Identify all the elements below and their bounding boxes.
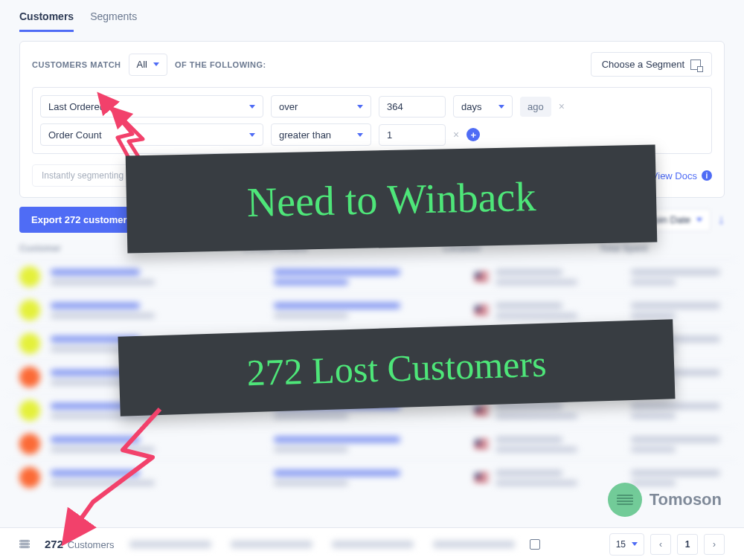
customer-count: 272 Customers — [45, 538, 115, 550]
flag-icon — [475, 406, 488, 415]
count-label: Customers — [68, 539, 115, 550]
results-toolbar: Export 272 customers Search… Order By Jo… — [19, 207, 725, 233]
filter-value-input[interactable]: 364 — [379, 96, 446, 118]
segment-icon — [690, 59, 701, 70]
page-size-value: 15 — [616, 539, 626, 550]
database-icon — [19, 540, 30, 548]
reset-icon: ↻ — [251, 170, 259, 181]
status-dot — [19, 266, 40, 287]
status-dot — [19, 467, 40, 488]
filter-field-label: Order Count — [48, 129, 102, 141]
save-segment-label: Save Segment — [166, 170, 225, 181]
match-suffix: OF THE FOLLOWING: — [175, 60, 266, 69]
reset-filters-button[interactable]: ↻ Reset Filters — [242, 164, 323, 187]
status-dot — [19, 333, 40, 354]
next-page-button[interactable]: › — [704, 534, 725, 555]
order-by-value: Join Date — [650, 214, 690, 225]
order-by-select[interactable]: Join Date — [641, 209, 711, 231]
filter-field-select[interactable]: Last Ordered — [40, 95, 263, 118]
footer-stats — [129, 541, 515, 548]
table-row[interactable] — [7, 260, 737, 293]
status-dot — [19, 300, 40, 321]
choose-segment-label: Choose a Segment — [602, 59, 684, 70]
tabs: Customers Segments — [0, 0, 744, 32]
view-docs-label: View Docs — [652, 170, 697, 181]
status-dot — [19, 367, 40, 387]
pager: 15 ‹ 1 › — [609, 533, 725, 556]
export-button[interactable]: Export 272 customers — [19, 207, 144, 233]
chevron-down-icon — [357, 105, 363, 109]
footer: 272 Customers 15 ‹ 1 › — [0, 527, 744, 560]
filter-operator-select[interactable]: greater than — [271, 123, 371, 146]
chevron-down-icon — [357, 133, 363, 137]
match-select[interactable]: All — [129, 54, 167, 76]
table-row[interactable] — [7, 326, 737, 360]
count-number: 272 — [45, 538, 63, 550]
tab-customers[interactable]: Customers — [19, 10, 74, 32]
flag-icon — [475, 339, 488, 348]
filter-row: Last Ordered over 364 days ago × — [40, 95, 704, 118]
filter-panel: CUSTOMERS MATCH All OF THE FOLLOWING: Ch… — [19, 41, 725, 198]
save-icon: 💾 — [150, 170, 161, 181]
flag-icon — [475, 440, 488, 448]
reset-filters-label: Reset Filters — [263, 170, 313, 181]
status-dot — [19, 400, 40, 421]
flag-icon — [475, 373, 488, 382]
match-prefix: CUSTOMERS MATCH — [32, 60, 121, 69]
segment-name-input[interactable]: Instantly segmenting — [32, 164, 133, 187]
col-customer: Customer — [19, 243, 243, 254]
flag-icon — [475, 473, 488, 482]
view-docs-link[interactable]: View Docs i — [652, 170, 712, 181]
filter-unit-label: days — [461, 101, 481, 112]
filter-actions: Instantly segmenting 💾 Save Segment ↻ Re… — [32, 164, 712, 187]
match-row: CUSTOMERS MATCH All OF THE FOLLOWING: Ch… — [32, 52, 712, 77]
flag-icon — [475, 272, 488, 281]
search-input[interactable]: Search… — [155, 208, 289, 231]
col-spent: Total Spent — [600, 243, 725, 254]
tab-segments[interactable]: Segments — [90, 10, 137, 32]
filter-value-input[interactable]: 1 — [379, 124, 446, 146]
table-header: Customer Contact Details Location Total … — [0, 239, 744, 258]
page-size-select[interactable]: 15 — [609, 533, 644, 556]
filter-unit-select[interactable]: days — [453, 95, 513, 118]
filter-field-label: Last Ordered — [48, 101, 105, 112]
flag-icon — [475, 306, 488, 315]
filter-row: Order Count greater than 1 × + — [40, 123, 704, 146]
remove-filter-icon[interactable]: × — [453, 129, 459, 141]
table-body — [0, 258, 744, 495]
shuffle-icon[interactable] — [530, 539, 540, 550]
remove-filter-icon[interactable]: × — [559, 100, 565, 112]
info-icon: i — [702, 170, 712, 181]
save-segment-button[interactable]: 💾 Save Segment — [141, 164, 234, 187]
chevron-down-icon — [153, 62, 159, 66]
table-row[interactable] — [7, 360, 737, 393]
filter-rows: Last Ordered over 364 days ago × Order C… — [32, 87, 712, 154]
filter-operator-select[interactable]: over — [271, 95, 371, 118]
table-row[interactable] — [7, 293, 737, 326]
add-filter-button[interactable]: + — [466, 128, 480, 141]
filter-field-select[interactable]: Order Count — [40, 123, 263, 146]
filter-operator-label: greater than — [279, 129, 331, 141]
table-row[interactable] — [7, 393, 737, 427]
order-by-label: Order By — [595, 214, 634, 225]
filter-suffix-chip: ago — [520, 97, 551, 117]
match-value: All — [137, 59, 147, 70]
prev-page-button[interactable]: ‹ — [650, 534, 671, 555]
chevron-down-icon — [249, 133, 255, 137]
col-location: Location — [443, 243, 600, 254]
chevron-down-icon — [632, 542, 638, 546]
col-contact: Contact Details — [243, 243, 443, 254]
table-row[interactable] — [7, 460, 737, 494]
table-row[interactable] — [7, 427, 737, 460]
chevron-down-icon — [696, 218, 702, 222]
chevron-down-icon — [249, 105, 255, 109]
chevron-down-icon — [498, 105, 504, 109]
order-by: Order By Join Date ↓ — [595, 209, 725, 231]
sort-direction-button[interactable]: ↓ — [718, 212, 725, 228]
page-number[interactable]: 1 — [677, 534, 698, 555]
filter-operator-label: over — [279, 101, 298, 112]
status-dot — [19, 434, 40, 454]
choose-segment-button[interactable]: Choose a Segment — [591, 52, 712, 77]
